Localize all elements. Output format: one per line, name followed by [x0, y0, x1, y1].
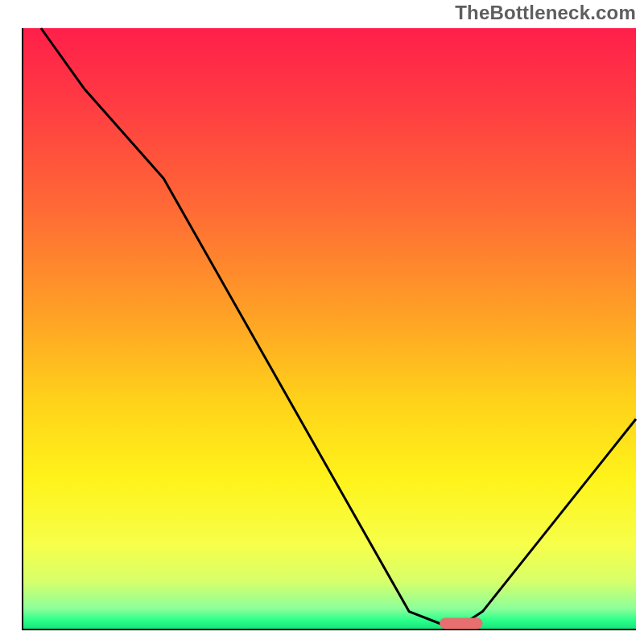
highlight-pill — [440, 618, 482, 630]
chart-container: TheBottleneck.com — [0, 0, 644, 644]
plot-background — [23, 28, 636, 630]
bottleneck-chart — [0, 0, 644, 644]
watermark-text: TheBottleneck.com — [455, 2, 636, 24]
